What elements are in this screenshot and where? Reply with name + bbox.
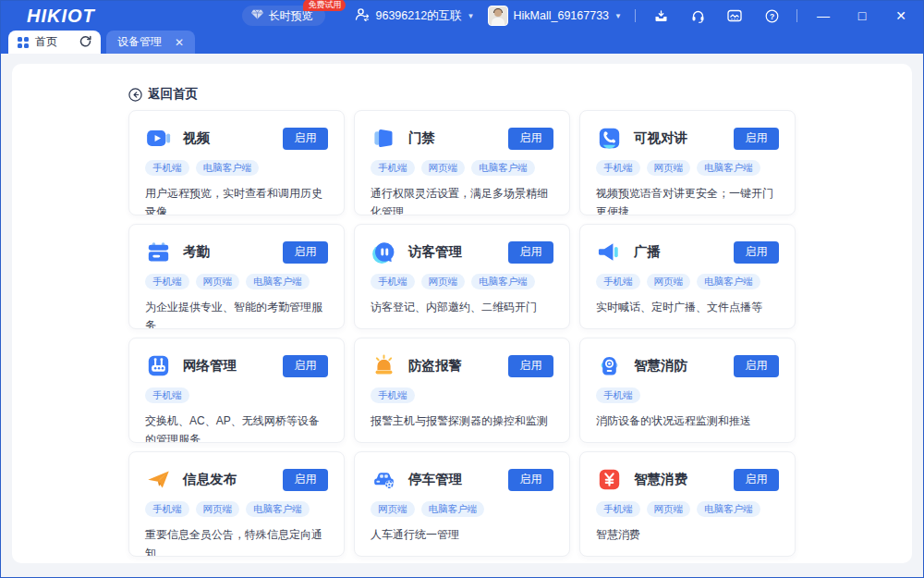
fire-icon <box>596 352 623 379</box>
door-icon <box>371 125 397 152</box>
title-bar: HIKIOT 长时预览 免费试用 96396212的互联 ▼ HikMall_6… <box>1 1 923 31</box>
platform-tag: 网页端 <box>421 160 466 176</box>
platform-tag: 手机端 <box>596 501 640 517</box>
service-title: 访客管理 <box>408 243 508 261</box>
platform-tags: 手机端网页端电脑客户端 <box>596 160 779 176</box>
service-card: 可视对讲 启用 手机端网页端电脑客户端 视频预览语音对讲更安全；一键开门更便捷 <box>579 110 796 215</box>
platform-tag: 电脑客户端 <box>196 160 260 176</box>
enable-button[interactable]: 启用 <box>734 128 779 150</box>
app-window: HIKIOT 长时预览 免费试用 96396212的互联 ▼ HikMall_6… <box>0 0 924 578</box>
enable-button[interactable]: 启用 <box>508 241 553 264</box>
platform-tags: 网页端电脑客户端 <box>371 501 553 517</box>
alarm-icon <box>371 352 397 379</box>
chevron-down-icon: ▼ <box>614 12 622 20</box>
platform-tag: 手机端 <box>371 160 415 176</box>
service-title: 广播 <box>634 243 734 261</box>
intercom-icon <box>596 125 623 152</box>
service-description: 报警主机与报警探测器的操控和监测 <box>371 412 553 431</box>
service-card: 停车管理 启用 网页端电脑客户端 人车通行统一管理 <box>354 451 570 557</box>
platform-tag: 网页端 <box>371 501 415 517</box>
video-icon <box>145 125 172 152</box>
enable-button[interactable]: 启用 <box>283 241 328 264</box>
service-title: 停车管理 <box>408 471 508 488</box>
platform-tag: 电脑客户端 <box>697 501 760 517</box>
tab-home[interactable]: 首页 <box>8 31 101 54</box>
platform-tag: 手机端 <box>145 160 189 176</box>
enable-button[interactable]: 启用 <box>508 355 553 377</box>
org-name: 96396212的互联 <box>375 8 461 24</box>
service-card: 信息发布 启用 手机端网页端电脑客户端 重要信息全员公告，特殊信息定向通知 <box>128 451 345 557</box>
service-description: 通行权限灵活设置，满足多场景精细化管理 <box>371 185 553 215</box>
service-description: 智慧消费 <box>596 526 779 545</box>
org-switcher[interactable]: 96396212的互联 ▼ <box>355 7 474 24</box>
service-card: 广播 启用 手机端网页端电脑客户端 实时喊话、定时广播、文件点播等 <box>579 224 796 329</box>
service-description: 访客登记、内部邀约、二维码开门 <box>371 299 553 317</box>
platform-tag: 手机端 <box>596 387 640 403</box>
headset-icon[interactable] <box>686 6 710 26</box>
service-title: 防盗报警 <box>408 357 508 375</box>
divider <box>796 9 797 22</box>
service-title: 考勤 <box>183 243 283 261</box>
service-title: 信息发布 <box>183 471 283 488</box>
service-cards-grid: 视频 启用 手机端电脑客户端 用户远程预览，实时查看和调用历史录像 门禁 启用 … <box>128 110 796 557</box>
platform-tag: 手机端 <box>596 160 640 176</box>
close-button[interactable]: ✕ <box>888 6 914 26</box>
minimize-button[interactable]: — <box>810 6 836 26</box>
screenshot-icon[interactable] <box>723 6 747 26</box>
enable-button[interactable]: 启用 <box>734 469 779 491</box>
divider <box>635 9 636 22</box>
enable-button[interactable]: 启用 <box>283 355 328 377</box>
chevron-down-icon: ▼ <box>468 12 475 20</box>
service-description: 交换机、AC、AP、无线网桥等设备的管理服务 <box>145 412 328 443</box>
help-icon[interactable]: ? <box>760 6 784 26</box>
consume-icon <box>596 466 623 493</box>
back-to-home-link[interactable]: 返回首页 <box>128 86 198 103</box>
main-content: 返回首页 视频 启用 手机端电脑客户端 用户远程预览，实时查看和调用历史录像 门… <box>1 54 923 577</box>
service-description: 重要信息全员公告，特殊信息定向通知 <box>145 526 328 557</box>
enable-button[interactable]: 启用 <box>734 241 779 264</box>
platform-tag: 手机端 <box>371 274 415 289</box>
platform-tag: 电脑客户端 <box>471 274 535 289</box>
svg-text:?: ? <box>769 11 773 20</box>
tab-bar: 首页 设备管理 ✕ <box>1 31 923 54</box>
platform-tags: 手机端 <box>371 387 553 403</box>
platform-tag: 网页端 <box>647 501 691 517</box>
service-title: 智慧消费 <box>634 471 734 488</box>
platform-tags: 手机端网页端电脑客户端 <box>371 274 553 289</box>
platform-tag: 电脑客户端 <box>246 501 310 517</box>
enable-button[interactable]: 启用 <box>283 469 328 491</box>
service-title: 网络管理 <box>183 357 283 375</box>
service-title: 视频 <box>183 129 283 147</box>
long-preview-button[interactable]: 长时预览 免费试用 <box>242 6 325 26</box>
platform-tag: 网页端 <box>196 501 240 517</box>
services-panel: 返回首页 视频 启用 手机端电脑客户端 用户远程预览，实时查看和调用历史录像 门… <box>12 64 912 563</box>
platform-tags: 手机端网页端电脑客户端 <box>145 274 328 289</box>
tab-device-management[interactable]: 设备管理 ✕ <box>106 31 195 54</box>
platform-tag: 网页端 <box>647 160 691 176</box>
download-icon[interactable] <box>649 6 673 26</box>
platform-tags: 手机端网页端电脑客户端 <box>596 501 779 517</box>
platform-tag: 手机端 <box>145 274 189 289</box>
platform-tag: 手机端 <box>145 387 189 403</box>
user-menu[interactable]: HikMall_69167733 ▼ <box>488 6 622 26</box>
service-card: 智慧消防 启用 手机端 消防设备的状况远程监测和推送 <box>579 338 796 443</box>
service-card: 门禁 启用 手机端网页端电脑客户端 通行权限灵活设置，满足多场景精细化管理 <box>354 110 570 215</box>
back-arrow-icon <box>128 88 142 102</box>
service-description: 人车通行统一管理 <box>371 526 553 545</box>
enable-button[interactable]: 启用 <box>508 469 553 491</box>
platform-tags: 手机端网页端电脑客户端 <box>596 274 779 289</box>
enable-button[interactable]: 启用 <box>508 128 553 150</box>
back-link-label: 返回首页 <box>148 86 198 103</box>
enable-button[interactable]: 启用 <box>734 355 779 377</box>
enable-button[interactable]: 启用 <box>283 128 328 150</box>
service-card: 防盗报警 启用 手机端 报警主机与报警探测器的操控和监测 <box>354 338 570 443</box>
platform-tag: 电脑客户端 <box>246 274 310 289</box>
refresh-icon[interactable] <box>79 35 91 50</box>
platform-tag: 手机端 <box>145 501 189 517</box>
platform-tag: 电脑客户端 <box>471 160 535 176</box>
maximize-button[interactable]: □ <box>849 6 875 26</box>
service-card: 访客管理 启用 手机端网页端电脑客户端 访客登记、内部邀约、二维码开门 <box>354 224 570 329</box>
service-card: 视频 启用 手机端电脑客户端 用户远程预览，实时查看和调用历史录像 <box>128 110 345 215</box>
service-card: 智慧消费 启用 手机端网页端电脑客户端 智慧消费 <box>579 451 796 557</box>
tab-close-icon[interactable]: ✕ <box>175 36 184 49</box>
